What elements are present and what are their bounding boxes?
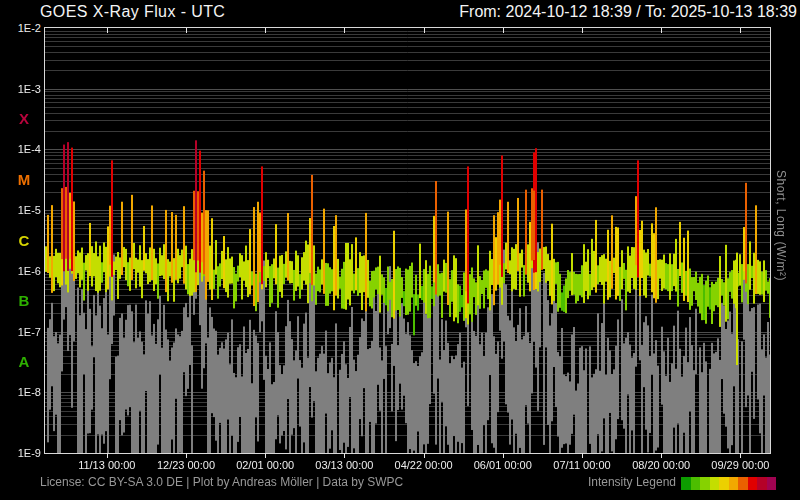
flux-plot-canvas [45,28,770,453]
tick-mark-top [107,28,108,33]
x-tick-label: 09/29 00:00 [697,459,783,471]
tick-mark-top [661,28,662,33]
tick-mark-bottom [186,453,187,458]
flux-class-letter-c: C [13,232,35,250]
tick-mark-bottom [661,453,662,458]
tick-mark-bottom [344,453,345,458]
legend-color-swatch [710,477,720,490]
legend-color-swatch [681,477,691,490]
x-tick-label: 11/13 00:00 [64,459,150,471]
x-tick-label: 02/01 00:00 [222,459,308,471]
legend-color-swatch [719,477,729,490]
legend-color-swatch [691,477,701,490]
flux-class-letter-m: M [13,171,35,189]
x-tick-label: 04/22 00:00 [381,459,467,471]
x-tick-label: 03/13 00:00 [301,459,387,471]
tick-mark-bottom [265,453,266,458]
tick-mark-top [740,28,741,33]
y-tick-label: 1E-5 [0,204,41,216]
tick-mark-top [265,28,266,33]
tick-mark-bottom [424,453,425,458]
tick-mark-bottom [107,453,108,458]
right-axis-label: Short, Long (W/m²) [774,170,788,345]
tick-mark-top [344,28,345,33]
tick-mark-top [424,28,425,33]
tick-mark-top [186,28,187,33]
tick-mark-bottom [503,453,504,458]
x-tick-label: 08/20 00:00 [618,459,704,471]
intensity-legend-gradient [681,477,776,490]
y-tick-label: 1E-2 [0,22,41,34]
x-tick-label: 12/23 00:00 [143,459,229,471]
legend-color-swatch [738,477,748,490]
tick-mark-bottom [740,453,741,458]
flux-class-letter-a: A [13,353,35,371]
legend-color-swatch [748,477,758,490]
x-tick-label: 06/01 00:00 [460,459,546,471]
y-tick-label: 1E-9 [0,447,41,459]
legend-color-swatch [700,477,710,490]
y-tick-label: 1E-7 [0,326,41,338]
x-tick-label: 07/11 00:00 [539,459,625,471]
legend-color-swatch [757,477,767,490]
y-tick-label: 1E-3 [0,83,41,95]
flux-class-letter-x: X [13,110,35,128]
intensity-legend-label: Intensity Legend [588,475,676,489]
y-tick-label: 1E-8 [0,386,41,398]
tick-mark-bottom [582,453,583,458]
license-text: License: CC BY-SA 3.0 DE | Plot by Andre… [40,475,403,489]
y-tick-label: 1E-4 [0,143,41,155]
date-range-label: From: 2024-10-12 18:39 / To: 2025-10-13 … [459,3,797,21]
page-title: GOES X-Ray Flux - UTC [40,3,225,21]
goes-xray-flux-page: GOES X-Ray Flux - UTC From: 2024-10-12 1… [0,0,800,500]
legend-color-swatch [729,477,739,490]
legend-color-swatch [767,477,777,490]
flux-class-letter-b: B [13,292,35,310]
y-tick-label: 1E-6 [0,265,41,277]
tick-mark-top [582,28,583,33]
tick-mark-top [503,28,504,33]
